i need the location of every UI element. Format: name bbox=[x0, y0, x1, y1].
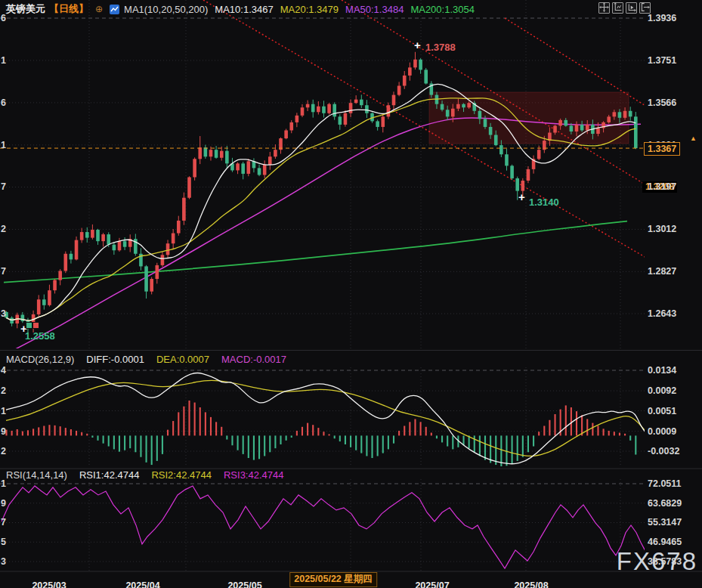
main-plot[interactable] bbox=[0, 0, 653, 353]
ma50-legend: MA50:1.3484 bbox=[345, 4, 404, 15]
rsi2-value: RSI2:42.4744 bbox=[151, 469, 212, 481]
y-axis-scale-icon bbox=[613, 2, 623, 14]
toolbar-button-y-scale[interactable] bbox=[612, 2, 623, 14]
chart-header: 英镑美元 【日线】 ⊕ MA1(10,20,50,200) MA10:1.346… bbox=[6, 2, 475, 16]
macd-plot[interactable] bbox=[0, 367, 646, 467]
annotation-start-low: 1.2558 bbox=[25, 330, 55, 342]
rsi1-value: RSI1:42.4744 bbox=[79, 469, 140, 481]
macd-diff-value: DIFF:-0.0001 bbox=[86, 354, 144, 365]
timeframe-label[interactable]: 【日线】 bbox=[49, 2, 88, 16]
chart-window: FX678 英镑美元 【日线】 ⊕ MA1(10,20,50,200) MA10… bbox=[0, 0, 702, 588]
ma200-legend: MA200:1.3054 bbox=[410, 4, 475, 15]
line-chart-icon[interactable] bbox=[110, 5, 119, 14]
anchor-cross-mid-low[interactable]: + bbox=[518, 193, 525, 201]
dif-line bbox=[6, 373, 646, 464]
macd-header: MACD(26,12,9) DIFF:-0.0001 DEA:0.0007 MA… bbox=[6, 354, 286, 365]
macd-value: MACD:-0.0017 bbox=[221, 354, 286, 365]
chart-canvas[interactable] bbox=[0, 0, 702, 588]
rsi-header: RSI(14,14,14) RSI1:42.4744 RSI2:42.4744 … bbox=[6, 469, 283, 481]
link-icon[interactable]: ⊕ bbox=[95, 4, 103, 14]
x-axis-scale-icon bbox=[626, 2, 636, 14]
macd-title: MACD(26,12,9) bbox=[6, 354, 74, 365]
macd-dea-value: DEA:0.0007 bbox=[156, 354, 209, 365]
chart-toolbar bbox=[598, 2, 651, 14]
exit-chart-icon bbox=[640, 2, 650, 14]
rsi-plot[interactable] bbox=[0, 479, 646, 571]
pan-icon bbox=[599, 2, 609, 14]
toolbar-button-pan[interactable] bbox=[598, 2, 610, 14]
rsi-title: RSI(14,14,14) bbox=[6, 469, 67, 481]
drawing-handle-green[interactable] bbox=[26, 322, 32, 329]
rsi-line bbox=[2, 486, 646, 568]
watermark: FX678 bbox=[617, 547, 697, 576]
ma10-legend: MA10:1.3467 bbox=[215, 4, 273, 15]
anchor-cross-high[interactable]: + bbox=[414, 42, 421, 49]
drawing-handle-red[interactable] bbox=[32, 322, 39, 329]
ma20-legend: MA20:1.3479 bbox=[280, 4, 339, 15]
rsi3-value: RSI3:42.4744 bbox=[224, 469, 284, 481]
symbol-name: 英镑美元 bbox=[6, 2, 45, 16]
ma-group-label: MA1(10,20,50,200) bbox=[124, 4, 208, 15]
alert-price-tag[interactable]: 1.3208 bbox=[642, 181, 677, 193]
dea-line bbox=[6, 380, 646, 456]
toolbar-button-exit[interactable] bbox=[639, 2, 651, 14]
price-marker-triangle-icon: ▲ bbox=[690, 135, 697, 142]
annotation-swing-high: 1.3788 bbox=[425, 42, 456, 53]
annotation-pullback-low: 1.3140 bbox=[529, 197, 559, 208]
current-price-tag: 1.3367 bbox=[644, 142, 680, 156]
toolbar-button-x-scale[interactable] bbox=[626, 2, 637, 14]
crosshair-date-label: 2025/05/22 星期四 bbox=[289, 572, 377, 587]
